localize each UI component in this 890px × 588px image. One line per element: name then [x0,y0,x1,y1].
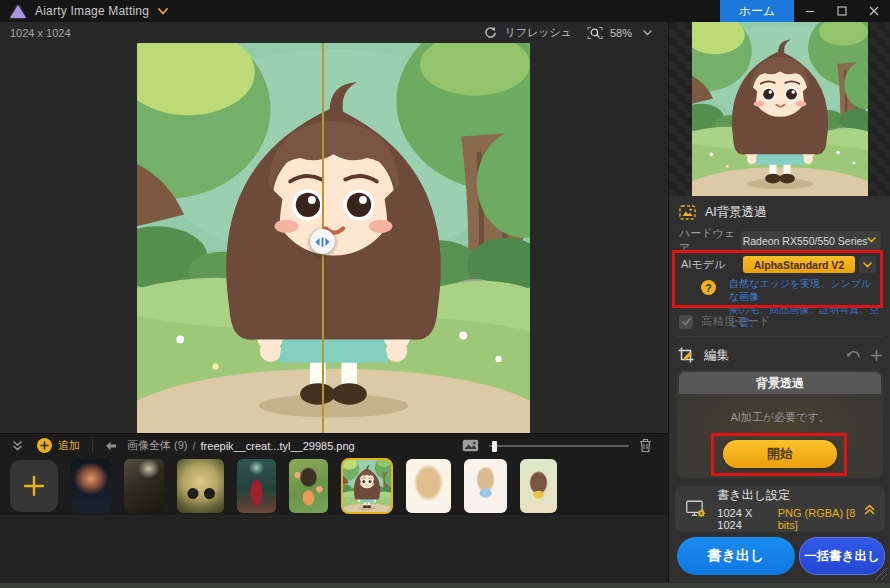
add-image-tile[interactable] [10,460,58,512]
panel-title: 背景透過 [679,372,881,394]
batch-export-button[interactable]: 一括書き出し [799,537,885,575]
edit-crop-icon [677,346,695,364]
hardware-label: ハードウェア [679,226,741,256]
thumbnail-size-slider[interactable] [489,440,629,452]
preview-container [669,22,890,196]
model-description-line1: 自然なエッジを実現、シンプルな画像 [729,277,881,303]
chevron-down-icon[interactable] [158,8,168,15]
hardware-value: Radeon RX550/550 Series [743,235,868,247]
thumbnail-anime-girl-blonde[interactable] [406,459,451,513]
maximize-button[interactable] [826,0,858,22]
empty-area [0,515,668,583]
edit-section-title: 編集 [704,347,729,364]
checkmark-icon [682,318,691,326]
chevron-down-icon [867,237,876,243]
add-image-label: 追加 [58,438,80,453]
ai-model-label: AIモデル [681,257,725,272]
minimize-button[interactable] [794,0,826,22]
close-button[interactable] [858,0,890,22]
breadcrumb-separator: / [193,440,196,452]
export-settings-label: 書き出し設定 [717,487,863,504]
ai-section-title: AI背景透過 [705,204,767,221]
add-edit-icon[interactable] [870,349,883,362]
undo-icon[interactable] [845,349,861,361]
export-size-value: 1024 X 1024 [717,507,770,531]
thumbnail-cartoon-girl-brown[interactable] [520,459,557,513]
main-image[interactable] [137,43,530,433]
thumbnail-mountain-bike[interactable] [177,459,224,513]
thumbnail-size-icon [462,439,479,452]
help-icon[interactable]: ? [701,280,716,295]
thumbnail-woman-red-dress[interactable] [237,459,276,513]
app-logo-icon [10,5,26,18]
ai-model-select[interactable]: AlphaStandard V2 [743,256,855,273]
image-dimensions-label: 1024 x 1024 [10,27,71,39]
zoom-icon [587,26,603,40]
zoom-chevron-down-icon[interactable] [643,30,652,36]
compare-slider-handle[interactable] [310,229,335,254]
thumbnail-cartoon-girl-selected[interactable] [341,458,393,514]
slider-track [489,445,629,447]
zoom-level-value[interactable]: 58% [610,27,632,39]
precision-mode-label: 高精度モード [701,314,771,329]
thumbnail-jellyfish[interactable] [71,459,111,513]
add-image-button[interactable]: 追加 [37,438,80,453]
toolbar-divider [92,439,93,452]
thumbnail-driftwood-eagle[interactable] [124,459,164,513]
ai-model-value: AlphaStandard V2 [754,259,844,271]
ai-model-dropdown-button[interactable] [859,256,876,273]
window-bottom-edge [0,583,890,588]
chevron-down-icon [863,262,872,268]
canvas-area: 1024 x 1024 リフレッシュ 58% [0,22,668,433]
start-button[interactable]: 開始 [723,440,837,468]
export-settings-icon [685,497,707,521]
hardware-select[interactable]: Radeon RX550/550 Series [741,231,881,250]
ai-matting-icon [679,205,696,220]
right-panel: AI背景透過 ハードウェア Radeon RX550/550 Series AI… [668,22,890,583]
home-button[interactable]: ホーム [720,0,794,22]
collapse-strip-icon[interactable] [12,440,23,452]
app-title: Aiarty Image Matting [35,4,149,18]
precision-mode-checkbox[interactable] [679,315,693,329]
plus-icon [23,475,45,497]
plus-circle-icon [37,438,52,453]
export-button[interactable]: 書き出し [677,537,795,575]
section-divider [677,336,882,337]
export-settings-card[interactable]: 書き出し設定 1024 X 1024 PNG (RGBA) [8 bits] [675,486,885,532]
preview-image[interactable] [692,22,868,196]
title-bar: Aiarty Image Matting ホーム [0,0,890,22]
breadcrumb-filename: freepik__creat...tyl__29985.png [201,440,355,452]
refresh-label[interactable]: リフレッシュ [504,25,572,40]
thumbnail-woman-flowers[interactable] [289,459,328,513]
collapse-double-chevron-icon[interactable] [864,503,875,516]
delete-icon[interactable] [639,438,652,453]
panel-message: AI加工が必要です。 [677,410,883,425]
export-format-value: PNG (RGBA) [8 bits] [778,507,864,531]
breadcrumb-collection[interactable]: 画像全体 (9) [127,438,188,453]
refresh-icon[interactable] [484,26,497,39]
thumbnail-anime-girl-blue-skirt[interactable] [464,459,507,513]
back-arrow-icon[interactable] [105,441,117,451]
filmstrip-toolbar: 追加 画像全体 (9) / freepik__creat...tyl__2998… [0,433,668,457]
slider-handle[interactable] [492,441,497,452]
background-removal-panel: 背景透過 AI加工が必要です。 開始 [677,370,883,478]
filmstrip [0,457,668,515]
